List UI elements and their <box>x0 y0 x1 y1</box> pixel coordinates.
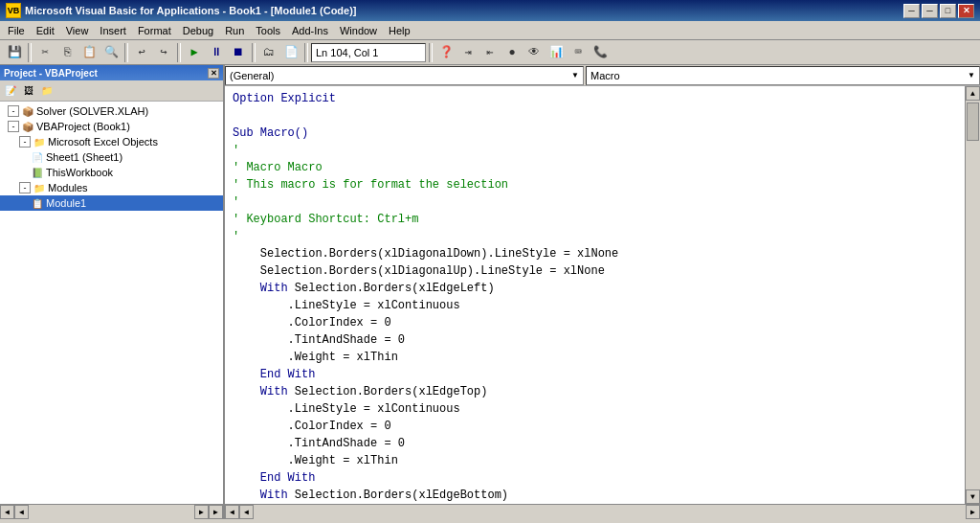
toggle-excel-objects[interactable]: - <box>19 136 31 148</box>
macro-dropdown-text: Macro <box>590 70 620 81</box>
hscroll-left2[interactable]: ◀ <box>14 505 29 519</box>
panel-toggle-folders[interactable]: 📁 <box>38 82 56 100</box>
module-icon: 📋 <box>31 196 44 210</box>
menu-window[interactable]: Window <box>334 21 383 39</box>
toolbar-calls[interactable]: 📞 <box>590 42 611 63</box>
tree-solver[interactable]: - 📦 Solver (SOLVER.XLAH) <box>0 103 223 119</box>
toolbar-save[interactable]: 💾 <box>4 42 25 63</box>
toolbar-watch[interactable]: 👁 <box>523 42 545 63</box>
toolbar-paste[interactable]: 📋 <box>78 42 100 63</box>
window-controls[interactable]: ─ ─ □ ✕ <box>903 4 974 18</box>
tree-thisworkbook[interactable]: 📗 ThisWorkbook <box>0 165 223 180</box>
toolbar-cut[interactable]: ✂ <box>34 42 56 63</box>
menu-insert[interactable]: Insert <box>94 21 132 39</box>
sheet-icon: 📄 <box>31 150 44 164</box>
status-bar <box>0 519 980 523</box>
toggle-solver[interactable]: - <box>8 105 19 117</box>
code-hscroll-left2[interactable]: ◀ <box>239 505 254 519</box>
code-line-12: With Selection.Borders(xlEdgeLeft) <box>233 280 957 297</box>
project-tree: - 📦 Solver (SOLVER.XLAH) - 📦 VBAProject … <box>0 102 223 504</box>
project-panel-close[interactable]: ✕ <box>208 68 219 79</box>
vscroll-up[interactable]: ▲ <box>966 86 980 101</box>
toolbar-undo[interactable]: ↩ <box>131 42 152 63</box>
vscrollbar[interactable]: ▲ ▼ <box>965 86 980 504</box>
code-line-8: ' Keyboard Shortcut: Ctrl+m <box>233 211 957 228</box>
vscroll-down[interactable]: ▼ <box>966 489 980 504</box>
project-panel-title: Project - VBAProject <box>4 68 98 79</box>
tree-sheet1[interactable]: 📄 Sheet1 (Sheet1) <box>0 149 223 165</box>
menu-help[interactable]: Help <box>383 21 416 39</box>
toolbar-locals[interactable]: 📊 <box>546 42 567 63</box>
macro-dropdown-arrow: ▼ <box>968 71 975 80</box>
toolbar-outdent[interactable]: ⇤ <box>479 42 501 63</box>
tree-module1[interactable]: 📋 Module1 <box>0 195 223 211</box>
toolbar-project[interactable]: 🗂 <box>258 42 279 63</box>
project-hscroll: ◀ ◀ ▶ ▶ <box>0 504 223 519</box>
toolbar-break[interactable]: ⏸ <box>206 42 227 63</box>
separator-4 <box>252 43 256 62</box>
menu-edit[interactable]: Edit <box>31 21 60 39</box>
main-layout: Project - VBAProject ✕ 📝 🖼 📁 - 📦 Solver … <box>0 65 980 519</box>
code-line-3: Sub Macro() <box>233 125 957 142</box>
toolbar-props[interactable]: 📄 <box>280 42 301 63</box>
minimize-btn[interactable]: ─ <box>922 4 938 18</box>
code-area-wrapper: Option Explicit Sub Macro() ' ' Macro Ma… <box>225 86 980 504</box>
toolbar-indent[interactable]: ⇥ <box>457 42 479 63</box>
separator-5 <box>304 43 308 62</box>
code-hscroll: ◀ ◀ ▶ <box>225 504 980 519</box>
menu-file[interactable]: File <box>2 21 31 39</box>
restore-down-btn[interactable]: ─ <box>903 4 920 18</box>
menu-run[interactable]: Run <box>219 21 250 39</box>
toolbar: 💾 ✂ ⎘ 📋 🔍 ↩ ↪ ▶ ⏸ ⏹ 🗂 📄 Ln 104, Col 1 ❓ … <box>0 40 980 65</box>
title-bar: VB Microsoft Visual Basic for Applicatio… <box>0 0 980 21</box>
code-line-10: Selection.Borders(xlDiagonalDown).LineSt… <box>233 245 957 262</box>
code-content[interactable]: Option Explicit Sub Macro() ' ' Macro Ma… <box>225 86 965 504</box>
toolbar-imm[interactable]: ⌨ <box>568 42 589 63</box>
hscroll-right[interactable]: ▶ <box>209 505 223 519</box>
code-line-11: Selection.Borders(xlDiagonalUp).LineStyl… <box>233 262 957 280</box>
close-btn[interactable]: ✕ <box>958 4 974 18</box>
menu-format[interactable]: Format <box>132 21 177 39</box>
toolbar-breakpoint[interactable]: ● <box>501 42 523 63</box>
toolbar-run[interactable]: ▶ <box>184 42 205 63</box>
toolbar-redo[interactable]: ↪ <box>153 42 174 63</box>
tree-excel-objects[interactable]: - 📁 Microsoft Excel Objects <box>0 134 223 149</box>
window-title: Microsoft Visual Basic for Applications … <box>25 5 903 16</box>
menu-view[interactable]: View <box>60 21 95 39</box>
code-line-22: .Weight = xlThin <box>233 452 957 469</box>
modules-folder-icon: 📁 <box>33 181 46 194</box>
workbook-icon: 📗 <box>31 166 44 179</box>
toggle-vbaproject[interactable]: - <box>8 121 19 132</box>
project-panel-toolbar: 📝 🖼 📁 <box>0 80 223 102</box>
code-line-16: .Weight = xlThin <box>233 349 957 366</box>
menu-bar: File Edit View Insert Format Debug Run T… <box>0 21 980 40</box>
separator-1 <box>28 43 32 62</box>
code-hscroll-left1[interactable]: ◀ <box>225 505 239 519</box>
hscroll-right2[interactable]: ▶ <box>194 505 209 519</box>
code-line-21: .TintAndShade = 0 <box>233 435 957 452</box>
hscroll-track[interactable] <box>29 505 194 519</box>
vscroll-thumb[interactable] <box>967 102 979 141</box>
cursor-location: Ln 104, Col 1 <box>311 43 426 62</box>
code-line-1: Option Explicit <box>233 90 957 107</box>
toolbar-find[interactable]: 🔍 <box>100 42 122 63</box>
hscroll-left[interactable]: ◀ <box>0 505 14 519</box>
menu-debug[interactable]: Debug <box>177 21 219 39</box>
tree-modules[interactable]: - 📁 Modules <box>0 180 223 195</box>
panel-view-object[interactable]: 🖼 <box>20 82 37 100</box>
toolbar-copy[interactable]: ⎘ <box>56 42 78 63</box>
menu-tools[interactable]: Tools <box>250 21 286 39</box>
tree-vbaproject[interactable]: - 📦 VBAProject (Book1) <box>0 119 223 134</box>
toolbar-help[interactable]: ❓ <box>435 42 457 63</box>
toggle-modules[interactable]: - <box>19 182 31 193</box>
code-hscroll-right1[interactable]: ▶ <box>966 505 980 519</box>
general-dropdown[interactable]: (General) ▼ <box>225 66 584 85</box>
menu-addins[interactable]: Add-Ins <box>286 21 334 39</box>
toolbar-reset[interactable]: ⏹ <box>228 42 249 63</box>
panel-view-code[interactable]: 📝 <box>2 82 19 100</box>
maximize-btn[interactable]: □ <box>940 4 956 18</box>
macro-dropdown[interactable]: Macro ▼ <box>586 66 980 85</box>
code-hscroll-track[interactable] <box>254 505 966 519</box>
code-line-18: With Selection.Borders(xlEdgeTop) <box>233 383 957 400</box>
vscroll-track[interactable] <box>966 101 980 489</box>
